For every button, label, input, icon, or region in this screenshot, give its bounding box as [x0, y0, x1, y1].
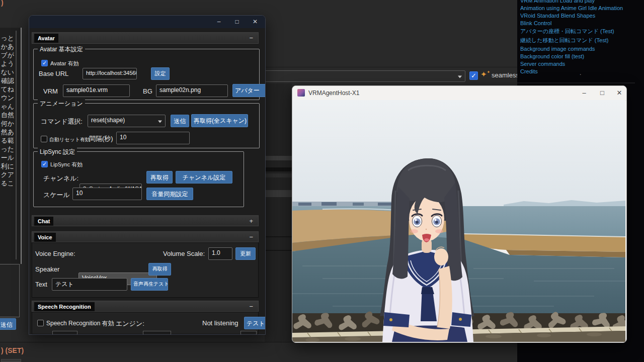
doc-link[interactable]: Blink Control	[520, 19, 641, 27]
bg-label: BG	[143, 87, 152, 95]
doc-link[interactable]: VRoid Standard Blend Shapes	[520, 12, 641, 19]
doc-link[interactable]: Background color fill (test)	[520, 52, 641, 60]
seamless-checkbox[interactable]: ✓	[469, 71, 478, 80]
doc-link[interactable]: アバターの座標・回転コマンド (Test)	[520, 27, 641, 36]
background-band	[265, 190, 292, 197]
check-icon: ✓	[42, 60, 47, 66]
avatar-enable-checkbox[interactable]: ✓	[41, 60, 48, 66]
vrm-label: VRM	[43, 87, 58, 95]
clipped-text-fragment	[1, 359, 21, 362]
top-left-fragment: )	[1, 0, 4, 7]
speech-engine-label: エンジン:	[116, 319, 144, 328]
speaker-label: Speaker	[35, 265, 59, 273]
speech-status: Not listening	[202, 319, 238, 327]
animation-rescan-button[interactable]: 再取得(全スキャン)	[191, 114, 248, 127]
speaker-refresh-button[interactable]: 再取得	[148, 263, 171, 276]
seamless-label: seamless	[492, 71, 519, 79]
minimize-button[interactable]: –	[578, 89, 591, 97]
group-label: アニメーション	[38, 100, 85, 108]
volume-sync-button[interactable]: 音量同期設定	[146, 188, 193, 200]
command-select-dropdown[interactable]: reset(shape)	[88, 115, 166, 127]
autoreset-checkbox[interactable]	[41, 136, 47, 142]
background-band	[265, 167, 292, 171]
interval-input[interactable]: 10	[116, 132, 190, 144]
section-title: Speech Recognition	[34, 302, 95, 311]
channel-label: チャンネル:	[43, 174, 78, 183]
play-test-button[interactable]: 音声再生テスト	[131, 278, 168, 291]
clipped-field	[52, 331, 77, 335]
collapse-icon[interactable]: −	[249, 34, 253, 42]
sidebar-divider	[517, 82, 635, 83]
bottom-status-bar: ) (SET)	[0, 342, 517, 362]
lipsync-enable-label: LipSync 有効	[50, 161, 83, 168]
sidebar-dot: .	[580, 69, 581, 76]
avatar-enable-label: Avatar 有効	[50, 60, 79, 67]
chat-scrollbar[interactable]	[16, 31, 17, 259]
section-header-chat[interactable]: Chat +	[32, 215, 259, 226]
maximize-button[interactable]: □	[231, 18, 243, 25]
base-url-label: Base URL	[39, 70, 68, 77]
doc-link[interactable]: Server commands	[520, 60, 641, 67]
collapse-icon[interactable]: −	[249, 233, 253, 241]
speech-enable-label: Speech Recognition 有効	[46, 319, 114, 328]
doc-link[interactable]: Animation using Anime Girl Idle Animatio…	[520, 4, 641, 12]
group-label: LipSync 設定	[38, 148, 77, 156]
viewer-app-icon	[297, 89, 305, 97]
docs-link-list: VRM Animation Load and play Animation us…	[520, 0, 641, 75]
doc-link[interactable]: Background image commands	[520, 45, 641, 52]
left-chat-panel: っとかあ ブがよう ない確認 てね ウン ゃん自然 何か 然ある範 った ール …	[0, 28, 22, 264]
section-title: Chat	[34, 217, 53, 226]
volume-scale-input[interactable]: 1.0	[208, 247, 232, 260]
command-select-label: コマンド選択:	[41, 117, 83, 126]
viewer-scene[interactable]	[292, 100, 625, 342]
sparkle-icon: ✦✦	[480, 70, 490, 79]
speech-test-button[interactable]: テスト	[244, 317, 266, 329]
volume-scale-label: Volume Scale:	[163, 250, 205, 257]
viewer-titlebar[interactable]: VRMAgentHost-X1 – □ ✕	[292, 86, 626, 101]
group-label: Avatar 基本設定	[38, 45, 85, 54]
autoreset-label: 自動リセット有効	[49, 136, 90, 143]
background-divider	[265, 250, 292, 251]
expand-icon[interactable]: +	[249, 217, 253, 225]
lipsync-enable-checkbox[interactable]: ✓	[41, 161, 48, 167]
settings-window: – □ ✕ Avatar − Avatar 基本設定 ✓ Avatar 有効 B…	[29, 15, 266, 335]
viewer-title-text: VRMAgentHost-X1	[308, 89, 359, 97]
viewer-window: VRMAgentHost-X1 – □ ✕	[292, 85, 627, 343]
animation-send-button[interactable]: 送信	[171, 115, 189, 127]
close-button[interactable]: ✕	[613, 89, 626, 97]
scale-input[interactable]: 10	[72, 188, 142, 200]
section-header-speech[interactable]: Speech Recognition −	[32, 301, 259, 312]
doc-link[interactable]: 継続した移動と回転コマンド (Test)	[520, 36, 641, 45]
screen: ✓ ✦✦ seamless ) (SET) ) っとかあ ブがよう ない確認 て…	[0, 0, 644, 362]
text-label: Text	[35, 281, 47, 288]
doc-link[interactable]: VRM Animation Load and play	[520, 0, 641, 4]
channel-set-button[interactable]: チャンネル設定	[176, 171, 232, 184]
avatar-switch-button[interactable]: アバター	[232, 84, 266, 97]
base-url-input[interactable]: http://localhost:34560	[83, 68, 137, 79]
check-icon: ✓	[42, 161, 47, 167]
channel-refresh-button[interactable]: 再取得	[146, 171, 173, 184]
settings-titlebar[interactable]: – □ ✕	[29, 16, 265, 28]
chat-input-box[interactable]	[0, 264, 20, 317]
section-title: Avatar	[34, 34, 58, 43]
section-header-voice[interactable]: Voice −	[32, 231, 259, 242]
clipped-field	[240, 331, 257, 335]
bg-input[interactable]: sample02n.png	[156, 84, 228, 97]
section-header-avatar[interactable]: Avatar −	[32, 32, 259, 44]
background-band	[265, 156, 292, 160]
speech-enable-checkbox[interactable]	[37, 320, 44, 326]
chat-log-fragments: っとかあ ブがよう ない確認 てね ウン ゃん自然 何か 然ある範 った ール …	[0, 34, 14, 188]
background-band	[265, 173, 292, 177]
background-panel-strip	[265, 83, 292, 342]
base-url-set-button[interactable]: 設定	[151, 67, 170, 80]
voice-update-button[interactable]: 更新	[235, 247, 256, 260]
vrm-input[interactable]: sample01e.vrm	[63, 84, 130, 97]
chevron-down-icon	[458, 75, 462, 78]
chat-send-button[interactable]: 送信	[0, 318, 16, 330]
maximize-button[interactable]: □	[596, 89, 609, 97]
text-input[interactable]: テスト	[52, 278, 127, 291]
check-icon: ✓	[471, 72, 476, 79]
collapse-icon[interactable]: −	[249, 303, 253, 310]
minimize-button[interactable]: –	[213, 18, 224, 25]
close-button[interactable]: ✕	[250, 18, 261, 25]
